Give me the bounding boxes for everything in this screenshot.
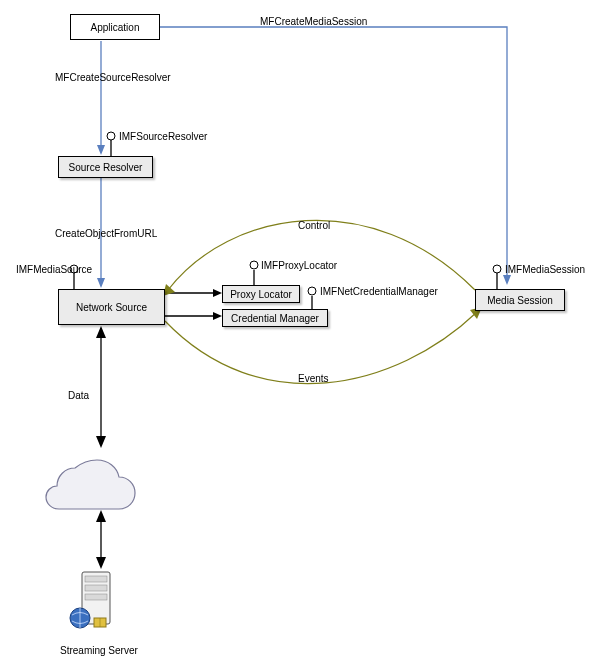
node-application: Application: [70, 14, 160, 40]
svg-marker-2: [97, 278, 105, 288]
diagram-connectors: [0, 0, 600, 661]
node-label: Credential Manager: [231, 313, 319, 324]
svg-rect-26: [85, 594, 107, 600]
edge-label-control: Control: [298, 220, 330, 231]
svg-point-27: [70, 608, 90, 628]
node-proxy-locator: Proxy Locator: [222, 285, 300, 303]
streaming-server-label: Streaming Server: [60, 645, 138, 656]
svg-marker-1: [503, 275, 511, 285]
svg-rect-23: [82, 572, 110, 624]
node-media-session: Media Session: [475, 289, 565, 311]
svg-point-10: [308, 287, 316, 295]
node-network-source: Network Source: [58, 289, 165, 325]
edge-label-data: Data: [68, 390, 89, 401]
interface-label-source-resolver: IMFSourceResolver: [119, 131, 207, 142]
node-credential-manager: Credential Manager: [222, 309, 328, 327]
interface-label-media-session: IMFMediaSession: [505, 264, 585, 275]
svg-marker-0: [97, 145, 105, 155]
interface-label-media-source: IMFMediaSource: [16, 264, 92, 275]
interface-label-proxy-locator: IMFProxyLocator: [261, 260, 337, 271]
interface-label-net-credential-manager: IMFNetCredentialManager: [320, 286, 438, 297]
node-label: Proxy Locator: [230, 289, 292, 300]
svg-point-8: [250, 261, 258, 269]
edge-label-events: Events: [298, 373, 329, 384]
node-label: Network Source: [76, 302, 147, 313]
svg-marker-14: [213, 312, 222, 320]
svg-marker-18: [96, 326, 106, 338]
svg-marker-21: [96, 510, 106, 522]
svg-marker-19: [96, 436, 106, 448]
cloud-icon: [46, 460, 135, 509]
node-label: Application: [91, 22, 140, 33]
svg-rect-25: [85, 585, 107, 591]
node-label: Source Resolver: [69, 162, 143, 173]
svg-marker-22: [96, 557, 106, 569]
node-label: Media Session: [487, 295, 553, 306]
svg-point-12: [493, 265, 501, 273]
svg-point-4: [107, 132, 115, 140]
edge-label-create-media-session: MFCreateMediaSession: [260, 16, 367, 27]
svg-rect-28: [94, 618, 106, 627]
server-icon: [70, 572, 110, 628]
edge-label-create-object-from-url: CreateObjectFromURL: [55, 228, 157, 239]
edge-label-create-source-resolver: MFCreateSourceResolver: [55, 72, 171, 83]
node-source-resolver: Source Resolver: [58, 156, 153, 178]
svg-rect-24: [85, 576, 107, 582]
svg-marker-13: [213, 289, 222, 297]
